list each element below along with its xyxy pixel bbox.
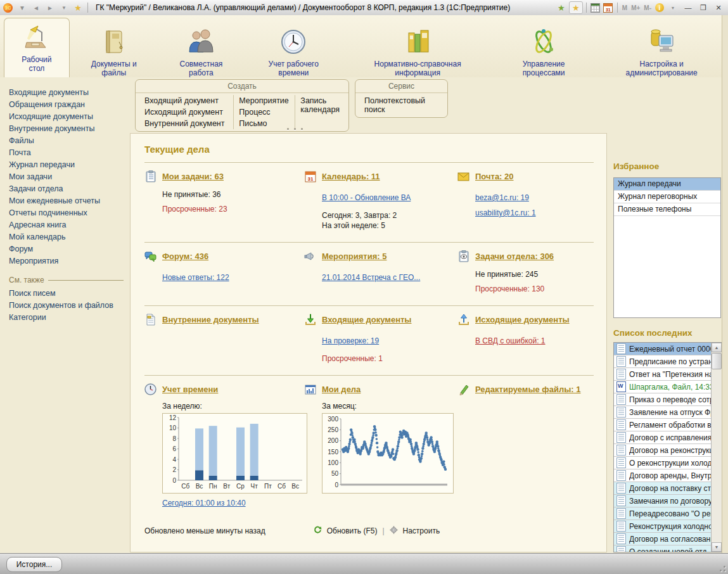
favorites-item[interactable]: Полезные телефоны <box>614 203 720 216</box>
dept-tasks-link[interactable]: Задачи отдела: 306 <box>475 252 554 261</box>
panel-splitter-grip[interactable] <box>282 128 307 131</box>
time-tracking-link[interactable]: Учет времени <box>162 385 218 394</box>
forum-new-answers-link[interactable]: Новые ответы: 122 <box>162 273 229 282</box>
calculator-icon[interactable] <box>590 3 601 13</box>
close-button[interactable]: ✕ <box>712 2 725 13</box>
internal-docs-link[interactable]: Внутренние документы <box>162 315 259 324</box>
tab-process-management[interactable]: Управление процессами <box>492 23 595 77</box>
tab-reference-info[interactable]: Нормативно-справочная информация <box>343 23 492 77</box>
add-to-favorites-icon[interactable]: ★ <box>555 2 568 13</box>
calendar-link[interactable]: Календарь: 11 <box>322 172 380 181</box>
sidebar-nav-item[interactable]: Мои задачи <box>9 170 130 182</box>
incoming-on-check-link[interactable]: На проверке: 19 <box>322 336 379 345</box>
recent-item[interactable]: Договор аренды, Внутре <box>614 469 712 482</box>
sidebar-nav-item[interactable]: Обращения граждан <box>9 98 130 110</box>
tab-documents-files[interactable]: Документы и файлы <box>70 23 158 77</box>
edited-files-link[interactable]: Редактируемые файлы: 1 <box>475 385 581 394</box>
recent-item[interactable]: Регламент обработки вх <box>614 419 712 431</box>
create-command[interactable]: Внутренний документ <box>144 118 228 129</box>
scroll-down-icon[interactable]: ▼ <box>712 542 722 552</box>
recent-item[interactable]: Договор на поставку стр <box>614 482 712 495</box>
recent-item[interactable]: Заявление на отпуск Фр <box>614 406 712 419</box>
tab-settings-admin[interactable]: Настройка и администрирование <box>595 23 728 77</box>
recent-item[interactable]: Шпаргалка, Файл, 14:33 <box>614 381 712 393</box>
today-time-link[interactable]: Сегодня: 01:00 из 10:40 <box>162 499 246 507</box>
event-item-link[interactable]: 21.01.2014 Встреча с ГЕО... <box>322 273 420 282</box>
sidebar-see-also-item[interactable]: Поиск писем <box>9 287 130 299</box>
sidebar-nav-item[interactable]: Входящие документы <box>9 86 130 98</box>
minimize-button[interactable]: — <box>681 2 695 13</box>
scroll-thumb[interactable] <box>712 353 722 369</box>
sidebar-nav-item[interactable]: Мой календарь <box>9 231 130 243</box>
info-icon[interactable]: i <box>654 3 665 13</box>
sidebar-nav-item[interactable]: Адресная книга <box>9 219 130 231</box>
mail-account-link-2[interactable]: usability@1c.ru: 1 <box>475 208 536 217</box>
sidebar-nav-item[interactable]: Форум <box>9 243 130 255</box>
recent-item[interactable]: Переадресовано "О рек <box>614 507 712 520</box>
favorites-item[interactable]: Журнал передачи <box>614 178 720 191</box>
recent-item[interactable]: Предписание по устране <box>614 355 712 368</box>
create-command[interactable]: Входящий документ <box>144 95 228 106</box>
sidebar-nav-item[interactable]: Отчеты подчиненных <box>9 207 130 219</box>
tab-desktop[interactable]: Рабочий стол <box>4 18 70 77</box>
create-command[interactable]: Процесс <box>239 106 290 118</box>
refresh-button[interactable]: Обновить (F5) <box>327 526 378 535</box>
menu-dropdown-icon[interactable]: ▼ <box>16 2 29 13</box>
forum-link[interactable]: Форум: 436 <box>162 252 208 261</box>
mail-account-link-1[interactable]: beza@1c.ru: 19 <box>475 193 529 202</box>
sidebar-nav-item[interactable]: Внутренние документы <box>9 122 130 134</box>
configure-button[interactable]: Настроить <box>403 526 440 535</box>
resize-grip[interactable] <box>717 563 725 571</box>
sidebar-nav-item[interactable]: Исходящие документы <box>9 110 130 122</box>
recent-item[interactable]: Договор с исправлениям <box>614 431 712 444</box>
sidebar-nav-item[interactable]: Мероприятия <box>9 255 130 267</box>
memory-mminus-button[interactable]: M- <box>642 4 653 11</box>
recent-scrollbar[interactable]: ▲ ▼ <box>711 343 722 552</box>
show-favorites-icon[interactable]: ★ <box>569 1 583 14</box>
events-link[interactable]: Мероприятия: 5 <box>322 252 386 261</box>
maximize-button[interactable]: ❒ <box>696 2 710 13</box>
create-command[interactable]: Мероприятие <box>239 95 290 106</box>
outgoing-svd-error-link[interactable]: В СВД с ошибкой: 1 <box>475 336 546 345</box>
tab-time-tracking[interactable]: Учет рабочего времени <box>244 23 343 77</box>
nav-back-icon[interactable]: ◄ <box>30 2 42 13</box>
favorites-item[interactable]: Журнал переговорных <box>614 191 720 203</box>
my-tasks-link[interactable]: Мои задачи: 63 <box>162 172 224 181</box>
sidebar-nav-item[interactable]: Файлы <box>9 134 130 146</box>
nav-forward-icon[interactable]: ► <box>44 2 56 13</box>
1c-logo-icon[interactable]: 1С <box>3 3 13 13</box>
recent-item[interactable]: Ответ на "Претензия на <box>614 368 712 381</box>
widget-calendar: 31 Календарь: 11 В 10:00 - Обновление ВА… <box>304 170 457 236</box>
memory-mplus-button[interactable]: M+ <box>629 4 642 11</box>
sidebar-nav-item[interactable]: Журнал передачи <box>9 158 130 170</box>
sidebar-nav-item[interactable]: Почта <box>9 146 130 158</box>
info-dropdown-icon[interactable]: ▼ <box>667 2 679 13</box>
mail-link[interactable]: Почта: 20 <box>475 172 514 181</box>
favorites-star-icon[interactable]: ★ <box>72 2 84 13</box>
recent-item[interactable]: Договор на реконструкц <box>614 444 712 457</box>
recent-item[interactable]: Замечания по договору в <box>614 495 712 507</box>
scroll-up-icon[interactable]: ▲ <box>712 343 722 352</box>
sidebar-see-also-item[interactable]: Категории <box>9 311 130 323</box>
sidebar-see-also-item[interactable]: Поиск документов и файлов <box>9 299 130 311</box>
sidebar-nav-item[interactable]: Задачи отдела <box>9 182 130 195</box>
recent-item[interactable]: Приказ о переводе сотр <box>614 393 712 406</box>
tab-collaboration[interactable]: Совместная работа <box>158 23 245 77</box>
service-command[interactable]: Полнотекстовый поиск <box>364 95 438 115</box>
recent-item[interactable]: Реконструкция холодног <box>614 520 712 533</box>
recent-item[interactable]: О создании новой отд <box>614 545 712 552</box>
my-affairs-link[interactable]: Мои дела <box>322 385 361 394</box>
memory-m-button[interactable]: M <box>620 4 629 11</box>
nav-history-dropdown-icon[interactable]: ▼ <box>58 2 70 13</box>
recent-item[interactable]: Договор на согласовани <box>614 533 712 545</box>
incoming-docs-link[interactable]: Входящие документы <box>322 315 411 324</box>
create-command[interactable]: Исходящий документ <box>144 106 228 118</box>
history-button[interactable]: История... <box>6 557 62 572</box>
calendar-icon[interactable]: 31 <box>603 3 614 13</box>
sidebar-nav-item[interactable]: Мои ежедневные отчеты <box>9 195 130 207</box>
calendar-event-link[interactable]: В 10:00 - Обновление ВА <box>322 193 411 202</box>
recent-item[interactable]: О реконструкции холодн <box>614 457 712 469</box>
recent-item[interactable]: Ежедневный отчет 00000 <box>614 343 712 355</box>
create-command[interactable]: Запись календаря <box>300 95 340 115</box>
outgoing-docs-link[interactable]: Исходящие документы <box>475 315 570 324</box>
